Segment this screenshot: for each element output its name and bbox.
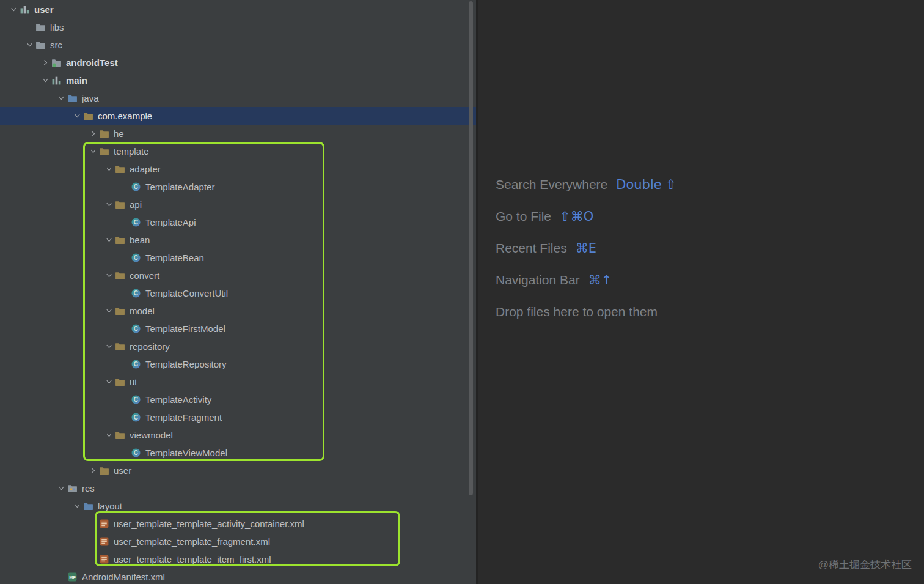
xml-icon [99, 554, 109, 564]
tree-item-label: com.example [98, 111, 152, 121]
tree-item-he[interactable]: he [0, 125, 476, 142]
manifest-icon: MF [67, 572, 78, 582]
tree-item-TemplateAdapter[interactable]: CTemplateAdapter [0, 178, 476, 196]
shortcut-keys: Double ⇧ [616, 177, 676, 192]
package-icon [115, 270, 125, 281]
svg-text:C: C [134, 219, 138, 226]
tree-item-libs[interactable]: libs [0, 18, 476, 36]
chevron-down-icon[interactable] [7, 6, 20, 13]
tree-item-label: TemplateConvertUtil [145, 288, 228, 298]
chevron-right-icon[interactable] [87, 467, 99, 474]
tree-item-TemplateFragment[interactable]: CTemplateFragment [0, 408, 476, 426]
chevron-down-icon[interactable] [103, 343, 115, 350]
tree-item-user_template_template_fragment.xml[interactable]: user_template_template_fragment.xml [0, 533, 476, 550]
tree-item-viewmodel[interactable]: viewmodel [0, 426, 476, 444]
chevron-down-icon[interactable] [103, 201, 115, 208]
module-icon [51, 75, 62, 86]
package-icon [99, 128, 109, 139]
tree-item-src[interactable]: src [0, 36, 476, 54]
tree-item-TemplateApi[interactable]: CTemplateApi [0, 213, 476, 231]
svg-text:C: C [134, 325, 138, 332]
tree-item-label: TemplateAdapter [145, 182, 215, 192]
tree-item-user[interactable]: user [0, 462, 476, 479]
tree-item-label: AndroidManifest.xml [82, 572, 165, 582]
project-tree-panel: userlibssrcandroidTestmainjavacom.exampl… [0, 0, 476, 584]
class-icon: C [131, 182, 141, 192]
shortcut-hint: Drop files here to open them [496, 296, 676, 328]
tree-item-label: TemplateRepository [145, 359, 227, 369]
tree-item-AndroidManifest.xml[interactable]: MFAndroidManifest.xml [0, 568, 476, 584]
tree-item-repository[interactable]: repository [0, 338, 476, 355]
tree-item-androidTest[interactable]: androidTest [0, 54, 476, 72]
tree-item-TemplateActivity[interactable]: CTemplateActivity [0, 391, 476, 408]
tree-item-template[interactable]: template [0, 142, 476, 160]
class-icon: C [131, 253, 141, 263]
tree-item-adapter[interactable]: adapter [0, 160, 476, 178]
tree-item-layout[interactable]: layout [0, 497, 476, 515]
chevron-right-icon[interactable] [87, 130, 99, 137]
tree-item-TemplateRepository[interactable]: CTemplateRepository [0, 355, 476, 373]
tree-item-api[interactable]: api [0, 196, 476, 213]
package-icon [99, 146, 109, 157]
tree-item-label: model [130, 306, 155, 316]
chevron-down-icon[interactable] [103, 166, 115, 172]
project-tree: userlibssrcandroidTestmainjavacom.exampl… [0, 0, 476, 584]
svg-text:C: C [134, 414, 138, 421]
folder-src-icon [67, 93, 78, 103]
chevron-right-icon[interactable] [39, 59, 51, 66]
chevron-down-icon[interactable] [55, 95, 67, 102]
tree-item-TemplateFirstModel[interactable]: CTemplateFirstModel [0, 320, 476, 338]
tree-item-main[interactable]: main [0, 72, 476, 89]
chevron-down-icon[interactable] [71, 503, 83, 509]
tree-item-TemplateViewModel[interactable]: CTemplateViewModel [0, 444, 476, 462]
tree-item-label: layout [98, 501, 122, 511]
folder-src-icon [83, 501, 94, 511]
tree-item-user_template_template_item_first.xml[interactable]: user_template_template_item_first.xml [0, 550, 476, 568]
tree-item-convert[interactable]: convert [0, 267, 476, 284]
svg-text:C: C [134, 449, 138, 456]
tree-item-user[interactable]: user [0, 1, 476, 18]
chevron-down-icon[interactable] [103, 237, 115, 243]
tree-item-java[interactable]: java [0, 89, 476, 107]
tree-item-com.example[interactable]: com.example [0, 107, 476, 125]
tree-item-TemplateBean[interactable]: CTemplateBean [0, 249, 476, 267]
watermark: @稀土掘金技术社区 [818, 558, 912, 572]
chevron-down-icon[interactable] [103, 272, 115, 279]
chevron-down-icon[interactable] [39, 77, 51, 84]
tree-item-label: java [82, 93, 99, 103]
folder-icon [35, 40, 46, 50]
tree-item-label: androidTest [66, 57, 118, 68]
chevron-down-icon[interactable] [87, 148, 99, 155]
chevron-down-icon[interactable] [103, 379, 115, 385]
editor-empty-state[interactable]: Search EverywhereDouble ⇧Go to File⇧⌘ORe… [476, 0, 924, 584]
tree-item-res[interactable]: res [0, 479, 476, 497]
tree-item-TemplateConvertUtil[interactable]: CTemplateConvertUtil [0, 284, 476, 302]
shortcut-hints: Search EverywhereDouble ⇧Go to File⇧⌘ORe… [496, 169, 676, 328]
svg-text:C: C [134, 290, 138, 297]
svg-text:C: C [134, 361, 138, 368]
shortcut-label: Drop files here to open them [496, 305, 658, 319]
chevron-down-icon[interactable] [103, 432, 115, 438]
scrollbar-thumb[interactable] [469, 1, 473, 495]
tree-item-label: TemplateApi [145, 217, 196, 227]
class-icon: C [131, 359, 141, 369]
tree-item-label: TemplateActivity [145, 394, 211, 405]
shortcut-keys: ⌘↑ [588, 273, 612, 287]
class-icon: C [131, 394, 141, 405]
tree-item-ui[interactable]: ui [0, 373, 476, 391]
tree-item-label: TemplateFragment [145, 412, 222, 423]
shortcut-hint: Go to File⇧⌘O [496, 201, 676, 232]
chevron-down-icon[interactable] [23, 42, 35, 48]
tree-item-label: TemplateFirstModel [145, 323, 226, 334]
shortcut-hint: Search EverywhereDouble ⇧ [496, 169, 676, 201]
tree-item-model[interactable]: model [0, 302, 476, 320]
chevron-down-icon[interactable] [71, 113, 83, 119]
chevron-down-icon[interactable] [55, 485, 67, 492]
tree-item-user_template_template_activity_container.xml[interactable]: user_template_template_activity_containe… [0, 515, 476, 533]
chevron-down-icon[interactable] [103, 308, 115, 314]
tree-item-label: src [50, 40, 62, 50]
tree-item-label: user_template_template_fragment.xml [114, 536, 270, 547]
package-icon [115, 306, 125, 316]
package-icon [115, 377, 125, 387]
tree-item-bean[interactable]: bean [0, 231, 476, 249]
